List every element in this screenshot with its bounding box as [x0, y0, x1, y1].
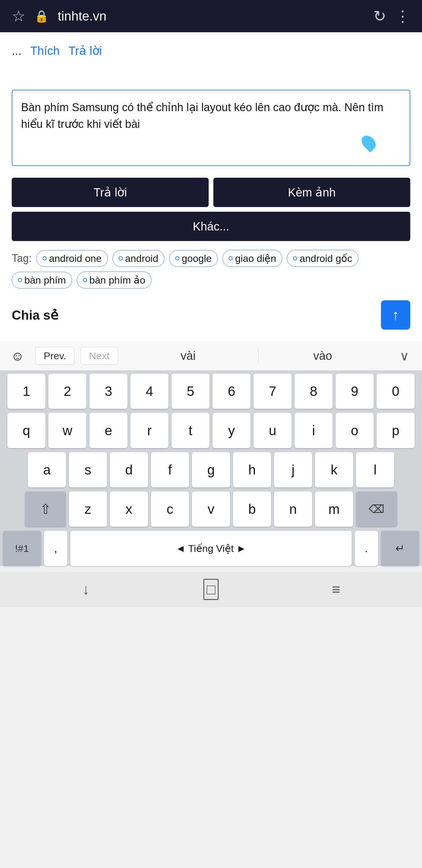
recents-icon: ≡: [332, 581, 340, 598]
symbols-key[interactable]: !#1: [3, 531, 41, 566]
key-e[interactable]: e: [89, 413, 128, 448]
keyboard-keys: 1 2 3 4 5 6 7 8 9 0 q w e r t y u i o p …: [0, 371, 422, 566]
next-suggestion-button[interactable]: Next: [80, 347, 118, 365]
key-l[interactable]: l: [356, 452, 394, 487]
key-o[interactable]: o: [335, 413, 374, 448]
tag-item-giao-dien[interactable]: giao diện: [222, 250, 282, 267]
tag-item-google[interactable]: google: [169, 250, 218, 267]
tag-item-android[interactable]: android: [112, 250, 164, 267]
key-f[interactable]: f: [151, 452, 189, 487]
suggestions-bar: ☺ Prev. Next vài vào ∨: [0, 341, 422, 371]
tag-label: android: [125, 253, 158, 264]
reply-button[interactable]: Trả lời: [12, 178, 209, 207]
suggestion-word-2[interactable]: vào: [258, 349, 387, 363]
keyboard-area: ☺ Prev. Next vài vào ∨ 1 2 3 4 5 6 7 8 9…: [0, 341, 422, 566]
recents-nav-button[interactable]: ≡: [324, 578, 348, 601]
key-n[interactable]: n: [274, 492, 312, 527]
attach-image-button[interactable]: Kèm ảnh: [213, 178, 410, 207]
prev-suggestion-button[interactable]: Prev.: [35, 347, 75, 365]
shift-key[interactable]: ⇧: [25, 492, 66, 527]
tag-dot-icon: [18, 278, 22, 282]
key-8[interactable]: 8: [294, 374, 333, 409]
key-v[interactable]: v: [192, 492, 230, 527]
more-dots[interactable]: ...: [12, 44, 22, 58]
home-icon: □: [203, 579, 219, 600]
reply-link[interactable]: Trả lời: [68, 44, 102, 58]
bottom-row: !#1 , ◄ Tiếng Việt ► . ↵: [3, 531, 419, 566]
key-x[interactable]: x: [110, 492, 148, 527]
key-j[interactable]: j: [274, 452, 312, 487]
browser-bar: ☆ 🔒 tinhte.vn ↻ ⋮: [0, 0, 422, 32]
key-s[interactable]: s: [69, 452, 107, 487]
tag-item-ban-phim[interactable]: bàn phím: [12, 272, 72, 288]
tag-dot-icon: [293, 256, 297, 260]
key-4[interactable]: 4: [130, 374, 168, 409]
key-k[interactable]: k: [315, 452, 353, 487]
key-t[interactable]: t: [171, 413, 209, 448]
reload-icon[interactable]: ↻: [374, 7, 386, 25]
key-3[interactable]: 3: [89, 374, 128, 409]
tag-item-android-goc[interactable]: android gốc: [287, 250, 358, 267]
share-up-button[interactable]: ↑: [381, 300, 410, 330]
key-y[interactable]: y: [213, 413, 251, 448]
more-options-icon[interactable]: ⋮: [395, 7, 410, 25]
more-button[interactable]: Khác...: [12, 212, 410, 241]
comment-actions-bar: ... Thích Trả lời: [12, 41, 410, 66]
text-input-area[interactable]: Bàn phím Samsung có thể chỉnh lại layout…: [12, 90, 410, 166]
number-row: 1 2 3 4 5 6 7 8 9 0: [3, 374, 419, 409]
home-nav-button[interactable]: □: [199, 578, 223, 601]
key-9[interactable]: 9: [335, 374, 374, 409]
key-i[interactable]: i: [294, 413, 333, 448]
key-g[interactable]: g: [192, 452, 230, 487]
suggestion-word-1[interactable]: vài: [124, 349, 252, 363]
back-nav-button[interactable]: ↓: [74, 578, 98, 601]
key-7[interactable]: 7: [254, 374, 292, 409]
bottom-nav: ↓ □ ≡: [0, 572, 422, 607]
key-5[interactable]: 5: [171, 374, 209, 409]
tag-label: google: [182, 253, 212, 264]
tag-item-android-one[interactable]: android one: [36, 250, 108, 267]
key-q[interactable]: q: [7, 413, 45, 448]
backspace-key[interactable]: ⌫: [356, 492, 397, 527]
key-c[interactable]: c: [151, 492, 189, 527]
tags-label: Tag:: [12, 252, 32, 265]
key-b[interactable]: b: [233, 492, 271, 527]
period-key[interactable]: .: [355, 531, 378, 566]
tag-item-ban-phim-ao[interactable]: bàn phím ảo: [77, 272, 152, 288]
key-h[interactable]: h: [233, 452, 271, 487]
key-a[interactable]: a: [28, 452, 66, 487]
action-buttons-row: Trả lời Kèm ảnh: [12, 178, 410, 207]
tag-dot-icon: [175, 256, 180, 260]
share-section: Chia sẻ ↑: [12, 300, 410, 330]
tags-container: Tag: android one android google giao diệ…: [12, 250, 410, 288]
zxcv-row: ⇧ z x c v b n m ⌫: [3, 492, 419, 527]
input-text-content: Bàn phím Samsung có thể chỉnh lại layout…: [21, 99, 401, 132]
space-key[interactable]: ◄ Tiếng Việt ►: [70, 531, 352, 566]
enter-key[interactable]: ↵: [381, 531, 419, 566]
comma-key[interactable]: ,: [44, 531, 67, 566]
qwerty-row: q w e r t y u i o p: [3, 413, 419, 448]
key-2[interactable]: 2: [48, 374, 87, 409]
web-content: ... Thích Trả lời Bàn phím Samsung có th…: [0, 32, 422, 341]
url-bar[interactable]: tinhte.vn: [58, 9, 364, 24]
keyboard-collapse-button[interactable]: ∨: [393, 344, 416, 368]
key-w[interactable]: w: [48, 413, 87, 448]
key-1[interactable]: 1: [7, 374, 45, 409]
lock-icon: 🔒: [34, 9, 49, 23]
tag-label: bàn phím ảo: [89, 274, 145, 286]
tag-dot-icon: [119, 256, 123, 260]
like-link[interactable]: Thích: [30, 44, 60, 58]
emoji-button[interactable]: ☺: [6, 344, 29, 368]
key-r[interactable]: r: [130, 413, 168, 448]
key-p[interactable]: p: [377, 413, 415, 448]
key-0[interactable]: 0: [377, 374, 415, 409]
key-m[interactable]: m: [315, 492, 353, 527]
tag-dot-icon: [42, 256, 46, 260]
key-d[interactable]: d: [110, 452, 148, 487]
key-z[interactable]: z: [69, 492, 107, 527]
tag-dot-icon: [83, 278, 87, 282]
asdf-row: a s d f g h j k l: [3, 452, 419, 487]
key-6[interactable]: 6: [213, 374, 251, 409]
key-u[interactable]: u: [254, 413, 292, 448]
bookmark-icon[interactable]: ☆: [12, 7, 26, 25]
